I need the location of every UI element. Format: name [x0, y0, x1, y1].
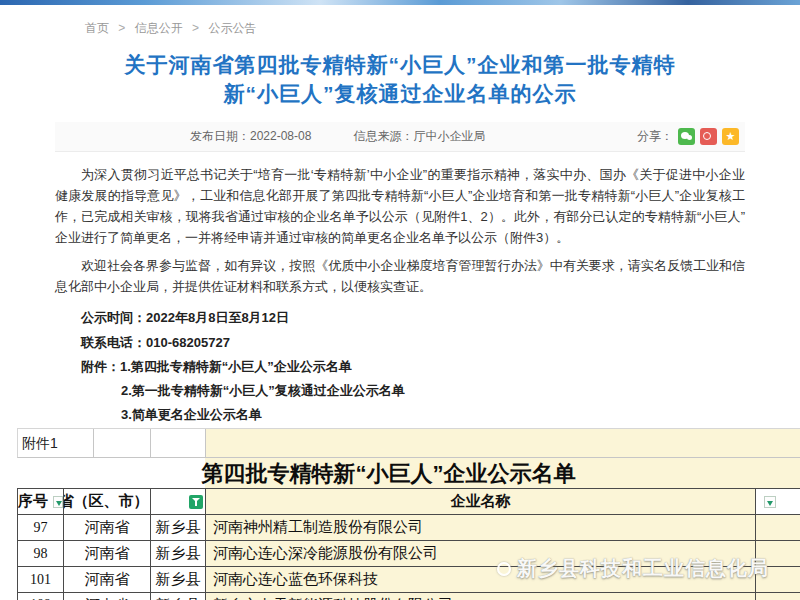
attachment-item-1: 1.第四批专精特新“小巨人”企业公示名单 [120, 359, 352, 374]
cell-company: 河南神州精工制造股份有限公司 [206, 515, 756, 540]
cell-extra [756, 593, 800, 600]
table-row: 109 河南省 新乡县 新乡市中天新能源科技股份有限公司 [17, 592, 800, 600]
header-seq-label: 序号 [18, 492, 48, 511]
share-label: 分享： [637, 128, 673, 145]
paragraph-2: 欢迎社会各界参与监督，如有异议，按照《优质中小企业梯度培育管理暂行办法》中有关要… [55, 255, 745, 297]
header-province-label: 省（区、市） [64, 492, 149, 511]
breadcrumb-separator: > [118, 21, 125, 35]
cell-province: 河南省 [64, 567, 151, 592]
cell-county: 新乡县 [151, 567, 206, 592]
empty-cell [94, 429, 151, 457]
cell-seq: 97 [18, 515, 64, 540]
table-title-row: 第四批专精特新“小巨人”企业公示名单 [17, 458, 800, 488]
breadcrumb-info-disclosure[interactable]: 信息公开 [135, 21, 183, 35]
cell-extra [756, 515, 800, 540]
attachments-label: 附件： [81, 359, 120, 374]
article: 关于河南省第四批专精特新“小巨人”企业和第一批专精特 新“小巨人”复核通过企业名… [55, 50, 745, 452]
attachment-line-3: 3.简单更名企业公示名单 [55, 403, 745, 426]
table-header-row: 序号 省（区、市） 企业名称 [17, 488, 800, 514]
filter-dropdown-icon [53, 496, 63, 508]
cell-seq: 98 [18, 541, 64, 566]
breadcrumb-home[interactable]: 首页 [85, 21, 109, 35]
cell-company: 河南心连心蓝色环保科技 [206, 567, 756, 592]
header-extra [756, 489, 800, 514]
cell-province: 河南省 [64, 541, 151, 566]
empty-cell [151, 429, 206, 457]
header-company: 企业名称 [206, 489, 756, 514]
empty-cell [206, 429, 800, 457]
header-seq: 序号 [18, 489, 64, 514]
share-bar: 分享： ★ [637, 128, 739, 145]
cell-county: 新乡县 [151, 541, 206, 566]
publish-date: 发布日期：2022-08-08 [190, 128, 311, 145]
page: 首页 > 信息公开 > 公示公告 关于河南省第四批专精特新“小巨人”企业和第一批… [0, 0, 800, 600]
info-source: 信息来源：厅中小企业局 [353, 128, 485, 145]
table-row: 101 河南省 新乡县 河南心连心蓝色环保科技 [17, 566, 800, 592]
cell-seq: 109 [18, 593, 64, 600]
attachment-line-2: 2.第一批专精特新“小巨人”复核通过企业公示名单 [55, 379, 745, 402]
table-title: 第四批专精特新“小巨人”企业公示名单 [17, 459, 760, 489]
cell-extra [756, 541, 800, 566]
breadcrumb-separator: > [192, 21, 199, 35]
wechat-share-icon[interactable] [678, 128, 695, 145]
cell-province: 河南省 [64, 515, 151, 540]
attachment1-label: 附件1 [18, 429, 94, 457]
public-time-line: 公示时间：2022年8月8日至8月12日 [55, 306, 745, 329]
breadcrumb: 首页 > 信息公开 > 公示公告 [85, 20, 256, 37]
header-company-label: 企业名称 [451, 492, 511, 511]
attachment-table-section: 附件1 第四批专精特新“小巨人”企业公示名单 序号 省（区、市） 企业名称 [17, 428, 800, 600]
active-filter-icon [189, 495, 203, 509]
cell-company: 河南心连心深冷能源股份有限公司 [206, 541, 756, 566]
cell-company: 新乡市中天新能源科技股份有限公司 [206, 593, 756, 600]
cell-province: 河南省 [64, 593, 151, 600]
paragraph-1: 为深入贯彻习近平总书记关于“培育一批‘专精特新’中小企业”的重要指示精神，落实中… [55, 164, 745, 248]
favorite-star-icon[interactable]: ★ [722, 128, 739, 145]
header-province: 省（区、市） [64, 489, 151, 514]
cell-county: 新乡县 [151, 593, 206, 600]
weibo-share-icon[interactable] [700, 128, 717, 145]
table-row: 98 河南省 新乡县 河南心连心深冷能源股份有限公司 [17, 540, 800, 566]
filter-dropdown-icon [764, 496, 776, 508]
cell-seq: 101 [18, 567, 64, 592]
attachment-line-1: 附件：1.第四批专精特新“小巨人”企业公示名单 [55, 355, 745, 378]
article-meta-bar: 发布日期：2022-08-08 信息来源：厅中小企业局 分享： ★ [55, 122, 745, 152]
header-city-filtered [151, 489, 206, 514]
page-title-line-2: 新“小巨人”复核通过企业名单的公示 [55, 79, 745, 108]
attachment1-label-row: 附件1 [17, 428, 800, 458]
page-title-line-1: 关于河南省第四批专精特新“小巨人”企业和第一批专精特 [55, 50, 745, 79]
cell-county: 新乡县 [151, 515, 206, 540]
contact-phone-line: 联系电话：010-68205727 [55, 331, 745, 354]
cell-extra [756, 567, 800, 592]
breadcrumb-announcements[interactable]: 公示公告 [208, 21, 256, 35]
table-row: 97 河南省 新乡县 河南神州精工制造股份有限公司 [17, 514, 800, 540]
top-accent-bar [0, 0, 800, 5]
